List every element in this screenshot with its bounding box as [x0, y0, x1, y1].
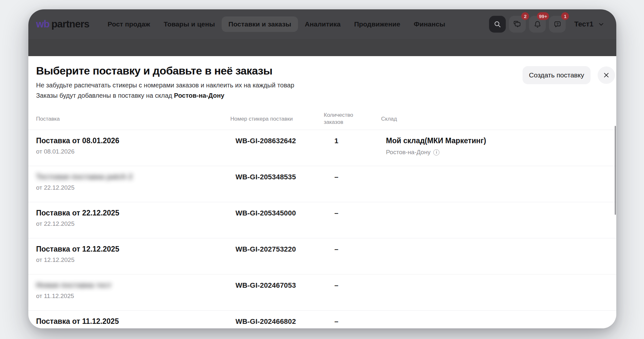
chat-button[interactable]: 2: [509, 16, 526, 33]
nav-item-3[interactable]: Аналитика: [298, 16, 347, 32]
supply-date: от 08.01.2026: [36, 148, 74, 155]
target-warehouse: Ростов-на-Дону: [174, 92, 224, 99]
warehouse-city-line: Ростов-на-Дону i: [386, 149, 486, 156]
supply-date: от 22.12.2025: [36, 220, 74, 227]
orders-count: –: [334, 209, 338, 217]
table-row[interactable]: Поставка от 08.01.2026 от 08.01.2026 WB-…: [28, 130, 616, 166]
warehouse-city: Ростов-на-Дону: [386, 149, 430, 156]
scrollbar-thumb[interactable]: [615, 126, 616, 215]
app-window: wb partners Рост продажТовары и ценыПост…: [28, 9, 616, 328]
nav-item-0[interactable]: Рост продаж: [101, 16, 157, 32]
table-row[interactable]: Тестовая поставка patch 2 от 22.12.2025 …: [28, 166, 616, 202]
nav-item-4[interactable]: Продвижение: [347, 16, 407, 32]
select-supply-modal: Выберите поставку и добавьте в неё заказ…: [28, 56, 616, 328]
supply-name: Поставка от 08.01.2026: [36, 136, 119, 145]
table-row[interactable]: Новая поставка тест от 11.12.2025 WB-GI-…: [28, 274, 616, 310]
supply-name: Тестовая поставка patch 2: [36, 173, 132, 181]
nav-item-label: Финансы: [414, 20, 445, 28]
notifications-badge: 99+: [537, 12, 549, 20]
nav-item-label: Товары и цены: [164, 20, 215, 28]
info-icon[interactable]: i: [433, 149, 439, 155]
col-header-warehouse: Склад: [381, 116, 397, 122]
create-supply-button[interactable]: Создать поставку: [523, 66, 591, 84]
user-name: Тест1: [574, 20, 593, 28]
table-row[interactable]: Поставка от 12.12.2025 от 12.12.2025 WB-…: [28, 238, 616, 274]
close-icon: [603, 72, 610, 79]
modal-title: Выберите поставку и добавьте в неё заказ…: [36, 65, 273, 77]
svg-text:?: ?: [556, 22, 559, 26]
chevron-down-icon: [598, 21, 605, 28]
notifications-button[interactable]: 99+: [529, 16, 546, 33]
nav-item-label: Аналитика: [305, 20, 341, 28]
nav-item-5[interactable]: Финансы: [407, 16, 452, 32]
orders-count: –: [334, 317, 338, 326]
search-icon: [494, 20, 501, 28]
col-header-supply: Поставка: [36, 116, 60, 122]
supply-name: Поставка от 11.12.2025: [36, 317, 119, 326]
orders-count: –: [334, 281, 338, 290]
supply-date: от 22.12.2025: [36, 184, 74, 191]
bell-icon: [533, 20, 542, 29]
close-button[interactable]: [598, 66, 615, 84]
table-row[interactable]: Поставка от 22.12.2025 от 22.12.2025 WB-…: [28, 202, 616, 238]
sticker-number: WB-GI-202467053: [235, 281, 296, 290]
sticker-number: WB-GI-208632642: [235, 137, 296, 145]
warehouse-name: Мой склад(МКИ Маркетинг): [386, 136, 486, 145]
supply-name: Новая поставка тест: [36, 281, 111, 290]
subtitle-line1: Не забудьте распечатать стикеры с номера…: [36, 80, 294, 90]
warehouse-cell: Мой склад(МКИ Маркетинг) Ростов-на-Дону …: [386, 136, 486, 156]
table-body: Поставка от 08.01.2026 от 08.01.2026 WB-…: [28, 130, 616, 328]
supply-date: от 12.12.2025: [36, 256, 74, 264]
col-header-count: Количество заказов: [324, 112, 360, 126]
search-button[interactable]: [489, 16, 506, 33]
orders-count: –: [334, 245, 338, 254]
top-navbar: wb partners Рост продажТовары и ценыПост…: [28, 9, 616, 39]
supply-name: Поставка от 22.12.2025: [36, 209, 119, 217]
help-button[interactable]: ? 1: [549, 16, 566, 33]
nav-item-label: Продвижение: [354, 20, 400, 28]
dimmed-page-area: [28, 39, 616, 56]
col-header-sticker: Номер стикера поставки: [230, 116, 293, 122]
chat-badge: 2: [521, 12, 529, 20]
sticker-number: WB-GI-202466802: [235, 317, 296, 326]
logo-wb: wb: [36, 18, 49, 30]
orders-count: 1: [334, 137, 338, 145]
nav-item-label: Поставки и заказы: [228, 20, 291, 28]
help-badge: 1: [561, 12, 569, 20]
supply-name: Поставка от 12.12.2025: [36, 245, 119, 254]
header-actions: 2 99+ ? 1 Тест1: [489, 16, 608, 33]
help-icon: ?: [553, 20, 562, 29]
nav-item-2[interactable]: Поставки и заказы: [222, 16, 298, 32]
sticker-number: WB-GI-205345000: [235, 209, 296, 217]
subtitle-line2: Заказы будут добавлены в поставку на скл…: [36, 90, 294, 101]
user-menu[interactable]: Тест1: [569, 17, 608, 32]
nav-item-1[interactable]: Товары и цены: [157, 16, 222, 32]
main-nav: Рост продажТовары и ценыПоставки и заказ…: [101, 16, 452, 32]
nav-item-label: Рост продаж: [108, 20, 150, 28]
wb-partners-logo[interactable]: wb partners: [36, 18, 89, 30]
logo-partners: partners: [51, 18, 89, 30]
sticker-number: WB-GI-205348535: [235, 173, 296, 181]
modal-subtitle: Не забудьте распечатать стикеры с номера…: [36, 80, 294, 101]
app-header-dimmed: wb partners Рост продажТовары и ценыПост…: [28, 9, 616, 56]
sticker-number: WB-GI-202753220: [235, 245, 296, 254]
chat-icon: [513, 20, 522, 29]
orders-count: –: [334, 173, 338, 181]
supply-date: от 11.12.2025: [36, 293, 74, 300]
table-row[interactable]: Поставка от 11.12.2025 от 11.12.2025 WB-…: [28, 310, 616, 328]
